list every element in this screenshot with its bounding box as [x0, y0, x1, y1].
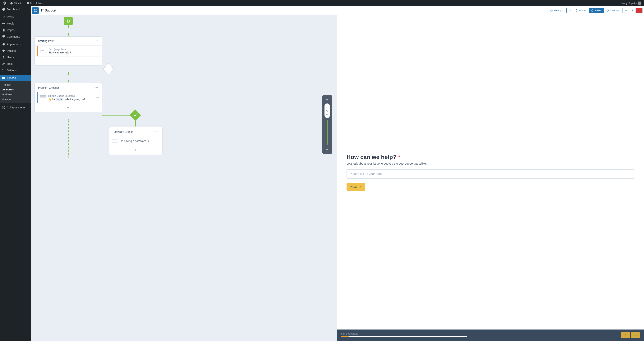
howdy-link[interactable]: Howdy, Tripetto [618, 0, 642, 6]
wp-logo[interactable] [2, 0, 8, 6]
wp-admin-bar: Tripetto 0 +New Howdy, Tripetto [0, 0, 644, 6]
avatar [638, 1, 641, 4]
new-link[interactable]: +New [34, 0, 45, 6]
comments-link[interactable]: 0 [25, 0, 33, 6]
site-name-link[interactable]: Tripetto [8, 0, 24, 6]
